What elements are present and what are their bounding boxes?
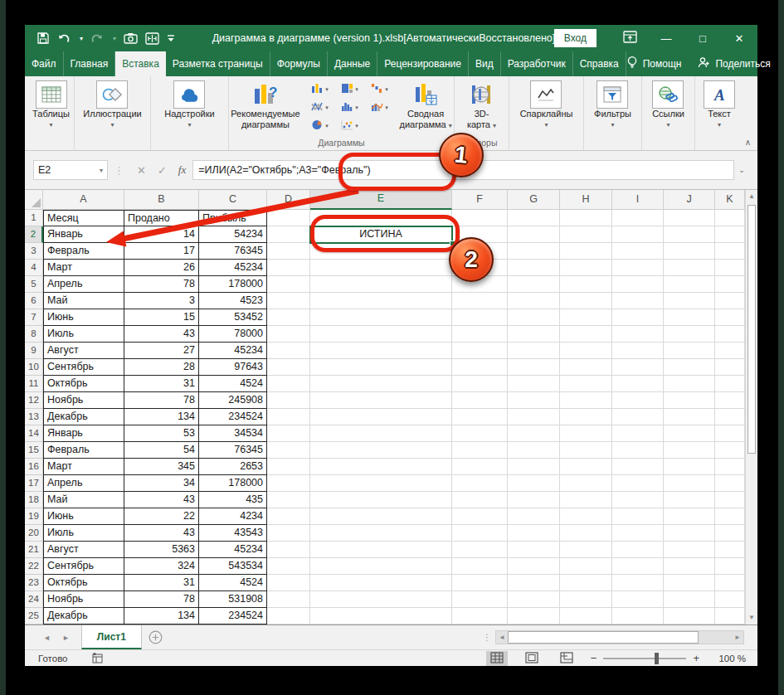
cell-B20[interactable]: 43 [124,525,199,542]
column-header-B[interactable]: B [124,190,199,210]
cell-B23[interactable]: 31 [124,575,199,591]
save-icon[interactable] [37,32,50,45]
cell-F16[interactable] [452,459,508,475]
cell-K22[interactable] [715,558,745,575]
cell-E2[interactable]: ИСТИНА [310,226,452,243]
cell-G8[interactable] [508,326,560,343]
cell-G10[interactable] [508,359,560,376]
cell-B14[interactable]: 53 [124,425,199,442]
cell-I1[interactable] [612,210,664,226]
cell-B15[interactable]: 54 [124,442,199,459]
cell-K1[interactable] [715,210,745,226]
tab-вставка[interactable]: Вставка [115,51,166,76]
cell-A23[interactable]: Октябрь [43,575,124,591]
cell-H1[interactable] [560,210,612,226]
cell-J23[interactable] [664,575,715,591]
cell-G16[interactable] [508,459,560,475]
row-header-23[interactable]: 23 [25,575,43,591]
cell-E15[interactable] [310,442,452,459]
cell-E3[interactable] [310,243,452,260]
cell-C16[interactable]: 2653 [199,459,267,475]
cell-C4[interactable]: 45234 [199,260,267,276]
cell-H18[interactable] [560,492,612,508]
cell-I8[interactable] [612,326,664,343]
horizontal-scrollbar[interactable]: ◄ ► [495,630,744,644]
cell-A5[interactable]: Апрель [43,276,124,293]
cell-E22[interactable] [310,558,452,575]
cell-J14[interactable] [664,425,715,442]
cell-B10[interactable]: 28 [124,359,199,376]
cell-G19[interactable] [508,508,560,525]
column-header-G[interactable]: G [508,190,560,210]
cell-I7[interactable] [612,309,664,326]
tab-рецензирование[interactable]: Рецензирование [377,51,469,76]
cell-K7[interactable] [715,309,745,326]
cell-J13[interactable] [664,409,715,425]
cell-C19[interactable]: 4234 [199,508,267,525]
undo-dropdown-icon[interactable]: ▾ [80,35,83,42]
cell-B4[interactable]: 26 [124,260,199,276]
cell-J1[interactable] [664,210,715,226]
cell-H17[interactable] [560,475,612,492]
cell-F18[interactable] [452,492,508,508]
cell-I21[interactable] [612,542,664,558]
column-header-I[interactable]: I [612,190,664,210]
cell-F15[interactable] [452,442,508,459]
row-header-6[interactable]: 6 [25,293,43,309]
cell-H5[interactable] [560,276,612,293]
treemap-chart-button[interactable]: ▾ [335,80,365,99]
cell-F11[interactable] [452,376,508,392]
cell-G23[interactable] [508,575,560,591]
cell-B12[interactable]: 78 [124,392,199,409]
cell-D11[interactable] [267,376,310,392]
normal-view-button[interactable] [486,651,508,666]
cell-G6[interactable] [508,293,560,309]
cell-D6[interactable] [267,293,310,309]
cell-A16[interactable]: Март [43,459,124,475]
cell-C14[interactable]: 34534 [199,425,267,442]
cell-C11[interactable]: 4524 [199,376,267,392]
cell-J2[interactable] [664,226,715,243]
cell-F4[interactable] [452,260,508,276]
cell-D14[interactable] [267,425,310,442]
cell-F24[interactable] [452,591,508,608]
cell-D17[interactable] [267,475,310,492]
zoom-slider[interactable] [603,658,686,659]
page-layout-view-button[interactable] [521,651,543,666]
cell-D5[interactable] [267,276,310,293]
cell-D22[interactable] [267,558,310,575]
cell-J9[interactable] [664,343,715,359]
cell-F17[interactable] [452,475,508,492]
formula-input[interactable]: =ИЛИ(A2="Октябрь";A3="Февраль") [192,160,734,180]
sheet-tab[interactable]: Лист1 [81,625,142,649]
cell-A15[interactable]: Февраль [43,442,124,459]
name-box[interactable]: E2 ▾ [33,160,108,180]
cell-D8[interactable] [267,326,310,343]
column-header-F[interactable]: F [452,190,508,210]
row-header-14[interactable]: 14 [25,425,43,442]
cell-C7[interactable]: 53452 [199,309,267,326]
cell-G11[interactable] [508,376,560,392]
cell-C21[interactable]: 45234 [199,542,267,558]
zoom-level[interactable]: 100 % [713,654,746,663]
cell-C2[interactable]: 54234 [199,226,267,243]
row-header-16[interactable]: 16 [25,459,43,475]
cell-H6[interactable] [560,293,612,309]
row-header-12[interactable]: 12 [25,392,43,409]
cell-K2[interactable] [715,226,745,243]
cell-B3[interactable]: 17 [124,243,199,260]
column-chart-button[interactable]: ▾ [305,80,335,99]
customize-qat-icon[interactable] [167,33,175,43]
cell-I18[interactable] [612,492,664,508]
scroll-up-icon[interactable]: ▲ [746,190,757,203]
cell-F25[interactable] [452,608,508,625]
cell-E12[interactable] [310,392,452,409]
cell-J7[interactable] [664,309,715,326]
cell-I9[interactable] [612,343,664,359]
tab-справка[interactable]: Справка [573,51,626,76]
scroll-left-icon[interactable]: ◄ [496,631,508,644]
add-sheet-icon[interactable] [142,625,170,649]
ribbon-display-options-icon[interactable] [611,25,648,51]
cell-B13[interactable]: 134 [124,409,199,425]
cell-B7[interactable]: 15 [124,309,199,326]
